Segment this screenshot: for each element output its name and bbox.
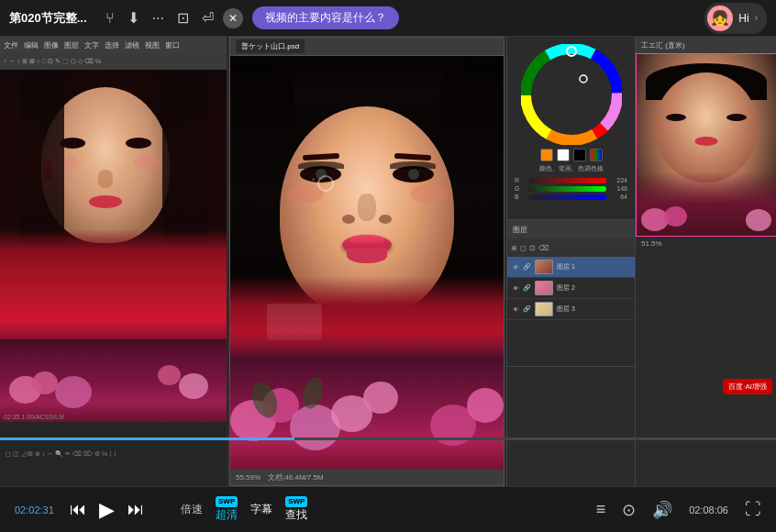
top-bar: 第020节完整... ⑂ ⬇ ··· ⊡ ⏎ ✕ 视频的主要内容是什么？ 👧 H… [0,0,776,37]
prev-button[interactable]: ⏮ [70,500,86,519]
layer-thumb-1 [535,260,553,274]
layers-tool-3[interactable]: ⊡ [529,244,536,252]
hi-button[interactable]: 👧 Hi › [704,3,767,34]
layers-title: 图层 [513,225,527,235]
layer-item-1[interactable]: 👁 🔗 图层 1 [507,257,635,278]
fullscreen-icon[interactable]: ⛶ [745,500,761,519]
green-slider[interactable] [528,186,606,192]
prev-icon: ⏮ [70,500,86,519]
close-button[interactable]: ✕ [223,8,243,28]
subtitle-option[interactable]: 字幕 [250,502,272,517]
back-icon[interactable]: ⏎ [202,9,214,27]
search-label: 查找 [285,507,307,523]
video-area[interactable]: 文件 编辑 图像 图层 文字 选择 滤镜 视图 窗口 ↑ → ↕ ⊞ ⊠ ○ □… [0,37,776,486]
right-panels: 颜色、笔画、色调色板 R 224 G 148 B [506,37,635,486]
color-swatch-white[interactable] [557,149,570,161]
color-sliders: R 224 G 148 B 64 [515,177,627,202]
menu-image[interactable]: 图像 [44,40,59,50]
color-swatch-black[interactable] [573,149,586,161]
layer-item-3[interactable]: 👁 🔗 图层 3 [507,299,635,320]
right-controls: ≡ ⊙ 🔊 02:08:06 ⛶ [596,500,761,520]
color-swatches [540,149,603,161]
speed-button[interactable]: 倍速 [181,502,203,517]
center-photo [230,56,504,469]
time-total: 02:08:06 [689,504,728,515]
zoom-level: 55.59% [236,473,261,482]
color-swatch-orange[interactable] [540,149,553,161]
bottom-bar: 02:02:31 ⏮ ▶ ⏭ 倍速 SWP 超清 字幕 SWP 查找 ≡ ⊙ 🔊… [0,486,776,532]
video-title: 第020节完整... [9,10,87,27]
center-panel: 普ケット山口.psd [229,37,504,486]
menu-select[interactable]: 选择 [105,40,119,50]
menu-window[interactable]: 窗口 [165,40,180,50]
color-picker-panel: 颜色、笔画、色调色板 R 224 G 148 B [507,37,635,220]
chevron-right-icon: › [755,13,758,23]
hd-label: 超清 [216,507,238,523]
menu-type[interactable]: 文字 [84,40,99,50]
hd-option[interactable]: SWP 超清 [216,496,238,523]
preview-title: 工エ汇 (直米) [636,37,776,53]
play-controls: ⏮ ▶ ⏭ [70,498,144,522]
picture-in-picture-icon[interactable]: ⊡ [177,9,189,27]
menu-edit[interactable]: 编辑 [24,40,39,50]
share-icon[interactable]: ⑂ [105,10,115,27]
layer-thumb-2 [535,281,553,295]
list-icon[interactable]: ≡ [596,500,606,519]
close-icon: ✕ [228,12,238,25]
layer-name-3: 图层 3 [557,305,575,314]
preview-flowers [637,172,776,236]
video-content: 文件 编辑 图像 图层 文字 选择 滤镜 视图 窗口 ↑ → ↕ ⊞ ⊠ ○ □… [0,37,776,486]
layers-tool-2[interactable]: ◻ [520,244,527,252]
swp-badge-hd: SWP [216,496,238,507]
progress-bar[interactable] [0,438,776,440]
menu-layer[interactable]: 图层 [64,40,79,50]
ps-toolbar2: ↑ → ↕ ⊞ ⊠ ○ □ ⊡ ✎ ⬚ ⬡ ◇ ⌫ ℅ [0,53,227,70]
progress-bar-fill [0,438,294,440]
cast-icon[interactable]: ⊙ [622,500,636,520]
next-button[interactable]: ⏭ [127,500,144,519]
layers-panel: 图层 ⊕ ◻ ⊡ ⌫ 👁 🔗 图层 1 👁 🔗 [507,220,635,367]
layer-item-2[interactable]: 👁 🔗 图层 2 [507,278,635,299]
ps-menu-bar: 文件 编辑 图像 图层 文字 选择 滤镜 视图 窗口 [0,37,227,53]
color-wheel[interactable] [521,44,622,145]
center-status-bar: 55.59% 文档:46.4M/7.5M [230,469,504,485]
document-size: 文档:46.4M/7.5M [268,472,323,482]
color-panel-label: 颜色、笔画、色调色板 [539,164,604,173]
ps-tab-label: 普ケット山口.psd [241,42,299,50]
hi-label: Hi [738,12,748,25]
menu-file[interactable]: 文件 [4,40,18,50]
far-right-panel: 工エ汇 (直米) [635,37,776,486]
color-wheel-svg [521,44,622,145]
avatar: 👧 [707,6,733,31]
time-elapsed: 02:02:31 [15,504,61,515]
left-panel: 文件 编辑 图像 图层 文字 选择 滤镜 视图 窗口 ↑ → ↕ ⊞ ⊠ ○ □… [0,37,227,486]
layers-header: 图层 [507,220,635,238]
download-icon[interactable]: ⬇ [127,9,139,27]
ai-question-text: 视频的主要内容是什么？ [265,11,386,24]
baidu-bar[interactable]: 百度·AI增强 [723,379,772,394]
color-swatch-gradient[interactable] [590,149,603,161]
more-icon[interactable]: ··· [152,10,164,27]
red-slider[interactable] [528,178,606,183]
search-option[interactable]: SWP 查找 [285,496,307,523]
layers-tool-4[interactable]: ⌫ [538,244,549,252]
ps-tab-active[interactable]: 普ケット山口.psd [236,39,305,53]
menu-filter[interactable]: 滤镜 [125,40,139,50]
svg-rect-7 [547,70,596,119]
layers-tool-1[interactable]: ⊕ [511,244,517,252]
ai-search-bar[interactable]: 视频的主要内容是什么？ [252,6,399,29]
play-button[interactable]: ▶ [99,498,115,522]
subtitle-label: 字幕 [250,502,272,517]
layer-name-2: 图层 2 [557,283,575,293]
left-photo: 02:35.1 00/ACSS/LM [0,37,227,422]
volume-icon[interactable]: 🔊 [652,500,672,520]
preview-canvas[interactable] [636,53,776,237]
preview-percent-value: 51.5% [641,239,662,248]
left-panel-toolbar: ◻ ◫ ◿ ⊞ ⊕ ↕ ↔ 🔍 ✏ ⌫ ⌦ ⚙ ℅ ⟨ ⟩ [0,422,227,486]
menu-view[interactable]: 视图 [145,40,160,50]
top-icon-group: ⑂ ⬇ ··· ⊡ ⏎ [105,9,214,27]
blue-slider[interactable] [528,194,606,200]
play-icon: ▶ [99,498,115,522]
center-title-bar: 普ケット山口.psd [230,38,504,56]
preview-percent: 51.5% [636,237,776,250]
